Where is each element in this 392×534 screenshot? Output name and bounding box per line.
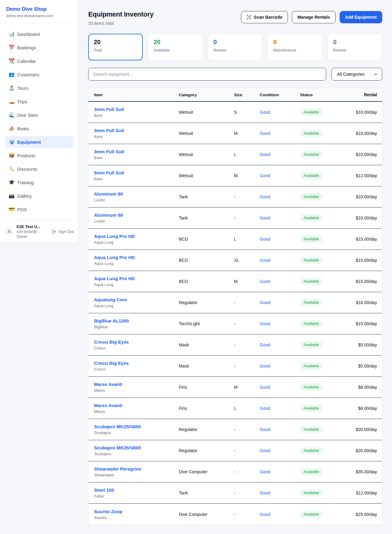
condition-link[interactable]: Good: [260, 385, 300, 390]
manage-rentals-button[interactable]: Manage Rentals: [292, 11, 336, 23]
item-name-link[interactable]: Cressi Big Eyes: [94, 339, 179, 345]
nav-icon: 📅: [9, 45, 17, 50]
nav-icon: 📸: [9, 193, 17, 198]
size-cell: M: [234, 279, 260, 284]
condition-link[interactable]: Good: [260, 427, 300, 432]
stat-label: Total: [94, 48, 137, 52]
item-cell: Aluminum 80 Luxfer: [94, 191, 179, 202]
rental-cell: $10.00/day: [345, 131, 377, 136]
item-brand: Cressi: [94, 346, 179, 350]
status-badge: Available: [300, 362, 322, 370]
condition-link[interactable]: Good: [260, 300, 300, 305]
sidebar-item-products[interactable]: 📦 Products: [5, 150, 73, 161]
sidebar-item-boats[interactable]: ⛵ Boats: [5, 123, 73, 134]
item-name-link[interactable]: Shearwater Peregrine: [94, 466, 179, 471]
sidebar-item-label: Training: [17, 180, 34, 185]
search-input[interactable]: [88, 68, 326, 81]
status-badge: Available: [300, 130, 322, 137]
nav-icon: 🏝️: [9, 86, 17, 90]
item-name-link[interactable]: Mares Avanti: [94, 403, 179, 408]
condition-link[interactable]: Good: [260, 490, 300, 495]
condition-link[interactable]: Good: [260, 469, 300, 474]
condition-link[interactable]: Good: [260, 216, 300, 220]
rental-cell: $8.00/day: [345, 385, 377, 390]
item-name-link[interactable]: 3mm Full Suit: [94, 107, 179, 112]
condition-link[interactable]: Good: [260, 279, 300, 284]
condition-link[interactable]: Good: [260, 342, 300, 347]
item-name-link[interactable]: 3mm Full Suit: [94, 149, 179, 154]
condition-link[interactable]: Good: [260, 448, 300, 453]
item-name-link[interactable]: Aluminum 80: [94, 191, 179, 196]
stat-label: Available: [153, 48, 197, 52]
sidebar-item-gallery[interactable]: 📸 Gallery: [5, 190, 73, 202]
item-name-link[interactable]: Suunto Zoop: [94, 509, 179, 514]
sidebar-item-pos[interactable]: 💳 POS: [5, 204, 73, 215]
item-name-link[interactable]: BigBlue AL1200: [94, 318, 179, 323]
condition-link[interactable]: Good: [260, 364, 300, 368]
brand-block: Demo Dive Shop demo.test.divestreams.com: [0, 0, 78, 23]
sidebar-item-dive-sites[interactable]: 🌊 Dive Sites: [5, 109, 73, 121]
stat-value: 0: [273, 39, 317, 46]
condition-link[interactable]: Good: [260, 258, 300, 263]
item-name-link[interactable]: Cressi Big Eyes: [94, 360, 179, 366]
item-name-link[interactable]: 5mm Full Suit: [94, 170, 179, 175]
condition-link[interactable]: Good: [260, 406, 300, 411]
condition-link[interactable]: Good: [260, 110, 300, 115]
item-name-link[interactable]: Steel 100: [94, 487, 179, 493]
condition-link[interactable]: Good: [260, 152, 300, 157]
brand-name[interactable]: Demo Dive Shop: [6, 6, 72, 12]
item-cell: BigBlue AL1200 BigBlue: [94, 318, 179, 329]
table-row: Cressi Big Eyes Cressi Mask - Good Avail…: [89, 334, 382, 356]
sidebar-item-dashboard[interactable]: 📊 Dashboard: [5, 28, 73, 40]
sign-out-button[interactable]: Sign Out: [51, 229, 74, 234]
sidebar-item-customers[interactable]: 👥 Customers: [5, 69, 73, 80]
item-cell: 3mm Full Suit Bare: [94, 128, 179, 139]
condition-link[interactable]: Good: [260, 131, 300, 136]
item-name-link[interactable]: Aqualung Core: [94, 297, 179, 302]
category-cell: Wetsuit: [179, 173, 234, 178]
status-cell: Available: [300, 405, 345, 412]
item-name-link[interactable]: Scubapro MK25/S600: [94, 424, 179, 429]
stat-label: Maintenance: [273, 48, 317, 52]
user-meta: E2E Test U... e2e-tester@... Owner: [17, 224, 51, 239]
item-name-link[interactable]: Mares Avanti: [94, 382, 179, 387]
condition-link[interactable]: Good: [260, 194, 300, 199]
condition-link[interactable]: Good: [260, 321, 300, 326]
item-name-link[interactable]: Aqua Lung Pro HD: [94, 234, 179, 239]
item-name-link[interactable]: Aqua Lung Pro HD: [94, 276, 179, 281]
item-name-link[interactable]: Scubapro MK25/S600: [94, 445, 179, 450]
condition-link[interactable]: Good: [260, 237, 300, 242]
sidebar-item-training[interactable]: 🎓 Training: [5, 177, 73, 188]
stat-card-total[interactable]: 20 Total: [88, 34, 143, 60]
category-cell: Wetsuit: [179, 152, 234, 157]
item-brand: Scubapro: [94, 452, 179, 456]
category-select[interactable]: All Categories: [331, 68, 382, 81]
status-badge: Available: [300, 383, 322, 391]
condition-link[interactable]: Good: [260, 512, 300, 517]
sidebar-item-discounts[interactable]: 🏷️ Discounts: [5, 163, 73, 175]
rental-cell: $10.00/day: [345, 152, 377, 157]
status-badge: Available: [300, 447, 322, 454]
item-name-link[interactable]: Aqua Lung Pro HD: [94, 255, 179, 260]
stat-card-maintenance[interactable]: 0 Maintenance: [268, 34, 322, 60]
sign-out-label: Sign Out: [58, 229, 74, 234]
status-badge: Available: [300, 511, 322, 518]
sidebar-item-bookings[interactable]: 📅 Bookings: [5, 42, 73, 53]
category-cell: Tank: [179, 194, 234, 199]
add-equipment-button[interactable]: Add Equipment: [340, 11, 382, 23]
sidebar-item-trips[interactable]: 🚤 Trips: [5, 96, 73, 107]
sidebar-item-tours[interactable]: 🏝️ Tours: [5, 82, 73, 94]
condition-link[interactable]: Good: [260, 173, 300, 178]
status-cell: Available: [300, 362, 345, 370]
equipment-table: Item Category Size Condition Status Rent…: [88, 88, 382, 525]
size-cell: -: [234, 300, 260, 305]
item-name-link[interactable]: Aluminum 80: [94, 212, 179, 218]
scan-barcode-button[interactable]: Scan Barcode: [241, 11, 288, 23]
item-name-link[interactable]: 3mm Full Suit: [94, 128, 179, 133]
item-cell: Aqualung Core Aqua Lung: [94, 297, 179, 308]
sidebar-item-equipment[interactable]: 🤿 Equipment: [5, 136, 73, 148]
sidebar-item-calendar[interactable]: 📆 Calendar: [5, 55, 73, 67]
stat-card-retired[interactable]: 0 Retired: [328, 34, 382, 60]
stat-card-rented[interactable]: 0 Rented: [208, 34, 262, 60]
stat-card-available[interactable]: 20 Available: [148, 34, 202, 60]
